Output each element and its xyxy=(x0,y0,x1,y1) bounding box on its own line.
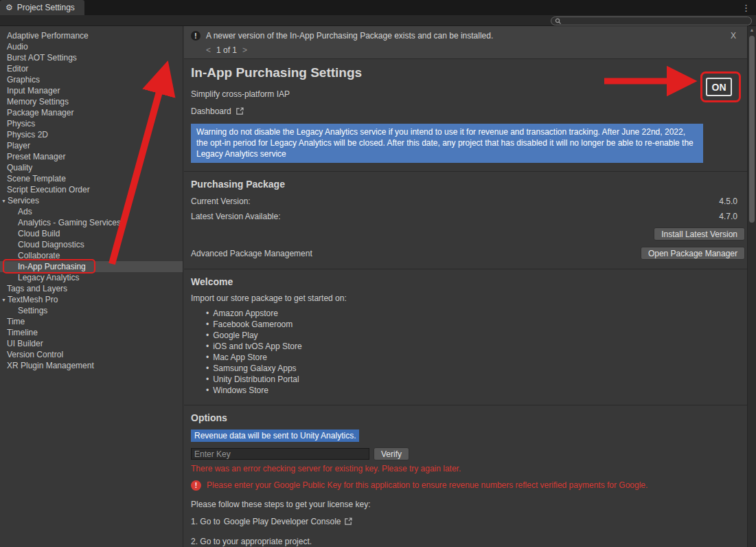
options-section: Options Revenue data will be sent to Uni… xyxy=(184,405,747,547)
sidebar-item-label: Timeline xyxy=(7,328,38,337)
sidebar-item-label: Package Manager xyxy=(7,108,73,118)
sidebar-item-label: Cloud Build xyxy=(18,229,60,238)
update-banner: ! A newer version of the In-App Purchasi… xyxy=(184,26,747,58)
sidebar-item-label: Collaborate xyxy=(18,251,60,260)
sidebar-item-label: Burst AOT Settings xyxy=(7,53,77,63)
sidebar-item-package-manager[interactable]: Package Manager xyxy=(0,107,183,118)
sidebar-item-legacy-analytics[interactable]: Legacy Analytics xyxy=(0,272,183,283)
sidebar-item-version-control[interactable]: Version Control xyxy=(0,349,183,360)
sidebar-item-label: Adaptive Performance xyxy=(7,31,89,41)
sidebar-item-player[interactable]: Player xyxy=(0,140,183,151)
search-box[interactable] xyxy=(551,16,752,25)
sidebar-item-audio[interactable]: Audio xyxy=(0,41,183,52)
google-key-error-text: Please enter your Google Public Key for … xyxy=(207,480,648,490)
current-version-label: Current Version: xyxy=(191,197,251,206)
sidebar-item-scene-template[interactable]: Scene Template xyxy=(0,173,183,184)
sidebar-item-analytics-gaming-services[interactable]: Analytics - Gaming Services xyxy=(0,217,183,228)
store-list-item: •Mac App Store xyxy=(206,352,747,363)
sidebar-item-timeline[interactable]: Timeline xyxy=(0,327,183,338)
store-name: Google Play xyxy=(213,331,257,340)
sidebar-item-adaptive-performance[interactable]: Adaptive Performance xyxy=(0,30,183,41)
bullet-icon: • xyxy=(206,342,209,351)
store-name: Unity Distribution Portal xyxy=(213,375,299,384)
sidebar-item-burst-aot-settings[interactable]: Burst AOT Settings xyxy=(0,52,183,63)
info-icon: ! xyxy=(191,31,201,41)
sidebar-item-memory-settings[interactable]: Memory Settings xyxy=(0,96,183,107)
sidebar-item-label: Script Execution Order xyxy=(7,185,90,194)
error-icon: ! xyxy=(191,480,201,491)
sidebar-item-tags-and-layers[interactable]: Tags and Layers xyxy=(0,283,183,294)
open-package-manager-button[interactable]: Open Package Manager xyxy=(641,247,745,260)
sidebar-item-label: Quality xyxy=(7,163,32,172)
sidebar-item-label: Input Manager xyxy=(7,86,60,96)
iap-toggle-button[interactable]: ON xyxy=(706,78,732,96)
sidebar-item-quality[interactable]: Quality xyxy=(0,162,183,173)
settings-sidebar: Adaptive Performance Audio Burst AOT Set… xyxy=(0,26,183,547)
latest-version-row: Latest Version Available: 4.7.0 xyxy=(191,212,737,221)
sidebar-item-label: Physics 2D xyxy=(7,130,48,139)
sidebar-item-graphics[interactable]: Graphics xyxy=(0,74,183,85)
section-heading: Purchasing Package xyxy=(191,179,747,190)
banner-message: A newer version of the In-App Purchasing… xyxy=(206,31,721,41)
store-list: •Amazon Appstore •Facebook Gameroom •Goo… xyxy=(206,308,747,396)
sidebar-item-label: Editor xyxy=(7,64,28,74)
store-name: Mac App Store xyxy=(213,353,267,362)
store-name: Samsung Galaxy Apps xyxy=(213,364,296,373)
google-play-console-link[interactable]: Google Play Developer Console xyxy=(224,517,341,526)
sidebar-item-collaborate[interactable]: Collaborate xyxy=(0,250,183,261)
sidebar-item-label: In-App Purchasing xyxy=(18,262,86,271)
sidebar-item-preset-manager[interactable]: Preset Manager xyxy=(0,151,183,162)
purchasing-package-section: Purchasing Package Current Version: 4.5.… xyxy=(184,172,747,269)
advanced-package-management-label: Advanced Package Management xyxy=(191,249,312,258)
sidebar-item-physics[interactable]: Physics xyxy=(0,118,183,129)
steps-intro: Please follow these steps to get your li… xyxy=(191,500,747,509)
foldout-arrow-icon[interactable]: ▼ xyxy=(1,298,8,302)
sidebar-item-textmesh-pro[interactable]: ▼TextMesh Pro xyxy=(0,294,183,305)
bullet-icon: • xyxy=(206,375,209,384)
install-latest-version-button[interactable]: Install Latest Version xyxy=(654,227,745,241)
window-menu-icon[interactable]: ⋮ xyxy=(736,0,756,15)
sidebar-item-label: Preset Manager xyxy=(7,152,65,161)
foldout-arrow-icon[interactable]: ▼ xyxy=(1,199,8,203)
store-name: Facebook Gameroom xyxy=(213,320,293,329)
sidebar-item-physics-2d[interactable]: Physics 2D xyxy=(0,129,183,140)
sidebar-item-in-app-purchasing[interactable]: In-App Purchasing xyxy=(0,261,183,272)
search-input[interactable] xyxy=(564,17,748,25)
gear-icon: ⚙ xyxy=(5,3,13,12)
sidebar-item-editor[interactable]: Editor xyxy=(0,63,183,74)
sidebar-item-script-execution-order[interactable]: Script Execution Order xyxy=(0,184,183,195)
settings-content: ! A newer version of the In-App Purchasi… xyxy=(184,26,747,547)
sidebar-item-label: Services xyxy=(8,196,39,205)
prev-page-button[interactable]: < xyxy=(206,45,211,55)
dashboard-link[interactable]: Dashboard xyxy=(191,107,244,116)
sidebar-item-cloud-diagnostics[interactable]: Cloud Diagnostics xyxy=(0,239,183,250)
title-bar: ⚙ Project Settings ⋮ xyxy=(0,0,756,15)
bullet-icon: • xyxy=(206,309,209,318)
bullet-icon: • xyxy=(206,320,209,329)
sidebar-item-label: Physics xyxy=(7,119,35,129)
close-icon[interactable]: X xyxy=(726,31,740,41)
welcome-section: Welcome Import our store package to get … xyxy=(184,269,747,405)
sidebar-item-xr-plugin-management[interactable]: XR Plugin Management xyxy=(0,360,183,371)
next-page-button[interactable]: > xyxy=(242,45,247,55)
sidebar-item-time[interactable]: Time xyxy=(0,316,183,327)
simplify-iap-label: Simplify cross-platform IAP xyxy=(191,89,747,99)
store-list-item: •Google Play xyxy=(206,330,747,341)
sidebar-item-services[interactable]: ▼Services xyxy=(0,195,183,206)
step-1-row: 1. Go to Google Play Developer Console xyxy=(191,517,352,526)
store-name: iOS and tvOS App Store xyxy=(213,342,301,351)
verify-button[interactable]: Verify xyxy=(374,447,409,460)
current-version-value: 4.5.0 xyxy=(719,197,737,206)
sidebar-item-cloud-build[interactable]: Cloud Build xyxy=(0,228,183,239)
sidebar-item-ui-builder[interactable]: UI Builder xyxy=(0,338,183,349)
section-heading: Options xyxy=(191,412,747,423)
scroll-up-icon[interactable]: ▲ xyxy=(748,26,756,32)
scrollbar-thumb[interactable] xyxy=(749,36,755,223)
dashboard-link-label: Dashboard xyxy=(191,107,231,116)
google-key-input[interactable] xyxy=(191,448,369,460)
sidebar-item-textmesh-settings[interactable]: Settings xyxy=(0,305,183,316)
content-scrollbar[interactable]: ▲ xyxy=(747,26,756,547)
sidebar-item-ads[interactable]: Ads xyxy=(0,206,183,217)
sidebar-item-input-manager[interactable]: Input Manager xyxy=(0,85,183,96)
tab-project-settings[interactable]: ⚙ Project Settings xyxy=(0,0,84,15)
